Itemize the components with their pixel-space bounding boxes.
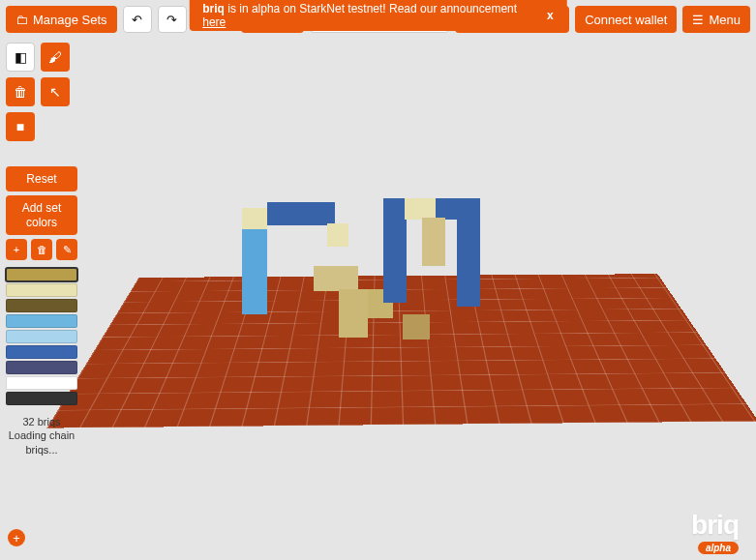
edit-color-button[interactable]: ✎ — [56, 239, 77, 260]
select-tool-button[interactable]: ↖ — [41, 77, 70, 106]
paint-icon: 🖌 — [48, 49, 62, 65]
add-color-button[interactable]: + — [6, 239, 27, 260]
camera-tool-button[interactable]: ■ — [6, 112, 35, 141]
cube-icon: ◧ — [15, 49, 27, 65]
color-swatch-5[interactable] — [6, 345, 77, 359]
delete-color-button[interactable]: 🗑 — [31, 239, 52, 260]
camera-icon: ■ — [16, 119, 24, 134]
redo-button[interactable]: ↷ — [158, 6, 187, 33]
viewport-canvas[interactable] — [0, 0, 756, 560]
color-swatch-0[interactable] — [6, 268, 77, 281]
status-text: 32 briqs Loading chain briqs... — [6, 415, 77, 457]
color-swatch-4[interactable] — [6, 330, 77, 343]
menu-label: Menu — [709, 13, 741, 27]
menu-button[interactable]: ☰ Menu — [682, 6, 750, 33]
banner-close[interactable]: x — [547, 9, 554, 22]
briq-count: 32 briqs — [6, 415, 77, 428]
folder-icon: 🗀 — [15, 13, 28, 27]
add-set-colors-button[interactable]: Add set colors — [6, 195, 77, 235]
place-tool-button[interactable]: ◧ — [6, 43, 35, 72]
manage-sets-button[interactable]: 🗀 Manage Sets — [6, 6, 117, 33]
reset-button[interactable]: Reset — [6, 166, 77, 192]
undo-icon: ↶ — [132, 13, 142, 27]
banner-brand: briq — [202, 2, 225, 15]
redo-icon: ↷ — [166, 13, 177, 27]
connect-wallet-button[interactable]: Connect wallet — [575, 6, 677, 33]
manage-sets-label: Manage Sets — [33, 13, 107, 27]
undo-button[interactable]: ↶ — [123, 6, 152, 33]
connect-wallet-label: Connect wallet — [585, 13, 667, 27]
hamburger-icon: ☰ — [692, 13, 704, 27]
color-palette — [6, 268, 77, 405]
banner-link[interactable]: here — [202, 15, 226, 29]
color-swatch-6[interactable] — [6, 361, 77, 374]
color-swatch-8[interactable] — [6, 392, 77, 405]
voxel-model[interactable] — [242, 189, 523, 353]
alpha-badge: alpha — [698, 542, 739, 554]
color-swatch-1[interactable] — [6, 283, 77, 297]
paint-tool-button[interactable]: 🖌 — [41, 43, 70, 72]
fab-add-button[interactable]: + — [8, 529, 25, 546]
erase-tool-button[interactable]: 🗑 — [6, 77, 35, 106]
trash-icon: 🗑 — [14, 84, 27, 100]
alpha-banner: briq is in alpha on StarkNet testnet! Re… — [189, 0, 567, 31]
pointer-icon: ↖ — [49, 84, 61, 100]
banner-text: is in alpha on StarkNet testnet! Read ou… — [225, 2, 517, 15]
loading-text: Loading chain briqs... — [6, 428, 77, 457]
brand-logo: briq — [691, 510, 739, 541]
color-swatch-7[interactable] — [6, 376, 77, 390]
left-panel: ◧ 🖌 🗑 ↖ ■ Reset Add set colors + 🗑 ✎ 32 … — [6, 43, 77, 457]
color-swatch-3[interactable] — [6, 314, 77, 328]
color-swatch-2[interactable] — [6, 299, 77, 312]
